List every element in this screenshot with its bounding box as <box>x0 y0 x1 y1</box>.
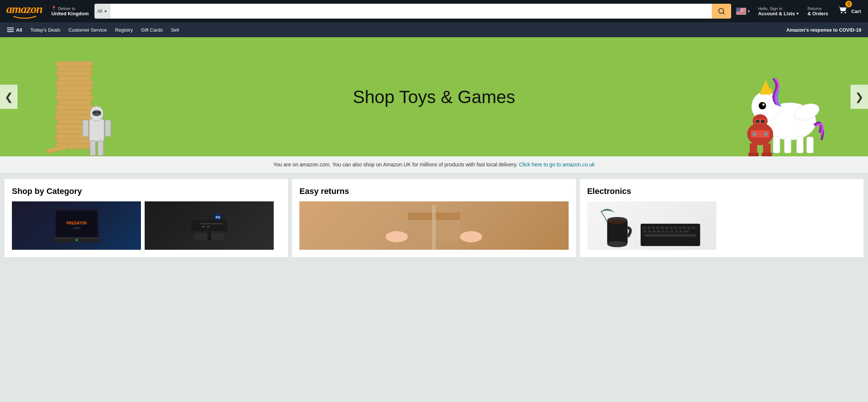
svg-rect-61 <box>797 136 803 153</box>
all-menu-button[interactable]: All <box>3 22 26 37</box>
svg-rect-38 <box>56 61 93 66</box>
svg-rect-83 <box>202 226 205 227</box>
hero-title: Shop Toys & Games <box>353 87 515 107</box>
chevron-down-icon: ▼ <box>104 9 107 13</box>
deliver-to-label: Deliver to <box>58 6 75 11</box>
svg-rect-82 <box>200 223 222 224</box>
svg-rect-47 <box>83 120 89 137</box>
all-label: All <box>16 27 22 33</box>
account-menu[interactable]: Hello, Sign in Account & Lists ▼ <box>755 4 802 18</box>
svg-rect-93 <box>432 205 436 250</box>
svg-point-44 <box>97 111 101 114</box>
svg-point-43 <box>93 111 96 114</box>
location-pin-icon: 📍 <box>51 6 57 11</box>
svg-rect-106 <box>683 227 686 229</box>
dragon-toy-icon <box>742 104 779 156</box>
hamburger-icon <box>7 28 14 32</box>
svg-rect-48 <box>105 120 111 137</box>
svg-rect-116 <box>675 230 678 233</box>
svg-rect-89 <box>195 233 208 240</box>
svg-rect-90 <box>211 233 224 240</box>
svg-point-95 <box>460 231 482 242</box>
uk-banner-text: You are on amazon.com. You can also shop… <box>273 162 518 168</box>
search-input[interactable] <box>110 4 712 19</box>
svg-rect-32 <box>57 90 91 95</box>
svg-rect-112 <box>657 230 660 233</box>
svg-point-122 <box>607 241 627 247</box>
svg-rect-10 <box>736 13 746 14</box>
returns-label-top: Returns <box>807 6 828 11</box>
nav-sell[interactable]: Sell <box>167 22 183 37</box>
chevron-down-icon: ▼ <box>795 12 799 16</box>
svg-rect-35 <box>58 76 91 81</box>
svg-rect-114 <box>666 230 669 233</box>
cart-label: Cart <box>851 9 861 14</box>
hero-next-button[interactable]: ❯ <box>851 85 868 109</box>
svg-rect-60 <box>784 137 791 153</box>
svg-rect-115 <box>670 230 673 233</box>
cart[interactable]: 0 Cart <box>834 2 864 20</box>
deliver-location-value: United Kingdom <box>51 11 89 16</box>
returns-orders[interactable]: Returns & Orders <box>805 4 831 18</box>
svg-rect-36 <box>57 71 92 76</box>
account-greeting: Hello, Sign in <box>758 6 799 11</box>
hero-prev-button[interactable]: ❮ <box>0 85 17 109</box>
shop-by-category-card: Shop by Category PREDATOR 144Hz <box>4 179 288 257</box>
laptop-image[interactable]: PREDATOR 144Hz <box>12 201 141 250</box>
search-category-select[interactable]: All ▼ <box>94 4 110 19</box>
svg-point-66 <box>752 132 757 136</box>
svg-point-19 <box>841 12 842 13</box>
electronics-images <box>587 201 856 250</box>
returns-image[interactable] <box>299 201 568 250</box>
easy-returns-card: Easy returns <box>292 179 576 257</box>
search-bar: All ▼ <box>94 4 731 19</box>
svg-rect-37 <box>57 66 91 71</box>
delivery-location[interactable]: 📍 Deliver to United Kingdom <box>49 4 91 18</box>
logo-smile-icon <box>12 15 38 19</box>
nav-gift-cards[interactable]: Gift Cards <box>137 22 167 37</box>
svg-rect-12 <box>736 14 746 15</box>
us-flag-icon: ★★★★★★ ★★★★★ ★★★★★★ ★★★★★ <box>736 7 746 15</box>
amazon-logo[interactable]: amazon <box>4 1 44 21</box>
svg-rect-70 <box>761 120 765 123</box>
svg-point-123 <box>609 220 625 224</box>
returns-box-icon <box>299 201 568 250</box>
svg-rect-109 <box>643 230 646 233</box>
svg-rect-111 <box>652 230 655 233</box>
svg-point-67 <box>763 132 768 136</box>
console-image[interactable]: PS <box>145 201 274 250</box>
svg-rect-69 <box>756 120 759 123</box>
svg-point-20 <box>845 12 846 13</box>
svg-text:144Hz: 144Hz <box>73 227 80 229</box>
uk-redirect-link[interactable]: Click here to go to amazon.co.uk <box>519 162 595 168</box>
svg-rect-108 <box>692 227 695 229</box>
svg-point-81 <box>75 239 78 241</box>
svg-rect-84 <box>207 226 210 227</box>
svg-rect-113 <box>661 230 664 233</box>
electronics-items-icon <box>587 201 716 250</box>
electronics-title: Electronics <box>587 186 856 196</box>
nav-customer-service[interactable]: Customer Service <box>64 22 111 37</box>
nav-todays-deals[interactable]: Today's Deals <box>26 22 65 37</box>
svg-rect-103 <box>669 227 672 229</box>
svg-rect-74 <box>762 153 772 156</box>
svg-rect-100 <box>656 227 659 229</box>
svg-rect-110 <box>648 230 651 233</box>
svg-rect-97 <box>643 227 646 229</box>
svg-rect-117 <box>679 230 682 233</box>
svg-rect-13 <box>736 15 746 15</box>
svg-text:★★★★★: ★★★★★ <box>737 11 742 12</box>
easy-returns-title: Easy returns <box>299 186 568 196</box>
returns-label-bottom: & Orders <box>807 11 828 16</box>
svg-rect-98 <box>647 227 650 229</box>
svg-rect-40 <box>89 119 104 141</box>
covid-response-link[interactable]: Amazon's response to COVID-19 <box>782 27 865 33</box>
svg-rect-104 <box>674 227 677 229</box>
search-category-label: All <box>97 9 102 14</box>
svg-point-94 <box>386 231 408 242</box>
nav-registry[interactable]: Registry <box>111 22 137 37</box>
electronics-image[interactable] <box>587 201 716 250</box>
country-flag[interactable]: ★★★★★★ ★★★★★ ★★★★★★ ★★★★★ ▼ <box>734 6 753 17</box>
svg-rect-107 <box>687 227 690 229</box>
search-button[interactable] <box>712 4 731 19</box>
